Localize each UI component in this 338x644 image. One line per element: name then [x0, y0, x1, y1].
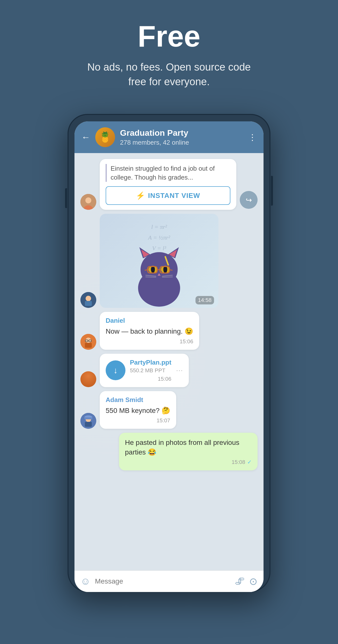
message-time: 15:06	[158, 376, 171, 382]
iv-preview-text: Einstein struggled to find a job out of …	[106, 164, 230, 182]
message-text: He pasted in photos from all previous pa…	[125, 438, 252, 457]
message-text: Now — back to planning. 😉	[106, 326, 193, 336]
message-bubble: Daniel Now — back to planning. 😉 15:06	[100, 312, 199, 350]
message-sender: Daniel	[106, 317, 193, 324]
input-bar: ☺ 🖇 ⊙	[74, 570, 264, 592]
volume-button	[65, 188, 67, 208]
file-more-button[interactable]: ⋯	[176, 366, 183, 374]
svg-rect-38	[85, 422, 92, 427]
message-row: Adam Smidt 550 MB keynote? 🤔 15:07	[80, 391, 258, 429]
iv-button-label: INSTANT VIEW	[148, 192, 200, 200]
bubble-meta: 15:07	[106, 417, 170, 424]
share-button[interactable]: ↪	[240, 191, 258, 209]
own-message-row: He pasted in photos from all previous pa…	[80, 433, 258, 470]
message-row: ↓ PartyPlan.ppt 550.2 MB PPT 15:06 ⋯	[80, 354, 258, 387]
phone-screen: ← 🍍 Graduation Party 278 members, 42 onl…	[74, 121, 264, 592]
hero-title: Free	[138, 20, 200, 52]
attach-button[interactable]: 🖇	[235, 576, 245, 587]
avatar	[80, 413, 96, 429]
chat-header: ← 🍍 Graduation Party 278 members, 42 onl…	[74, 121, 264, 153]
svg-rect-6	[85, 301, 92, 306]
file-info: PartyPlan.ppt 550.2 MB PPT 15:06	[130, 359, 171, 382]
bolt-icon: ⚡	[136, 191, 145, 200]
more-button[interactable]: ⋮	[248, 132, 257, 142]
svg-point-16	[163, 266, 167, 273]
avatar	[80, 371, 96, 387]
avatar	[80, 334, 96, 350]
download-button[interactable]: ↓	[106, 360, 125, 380]
chat-body: Einstein struggled to find a job out of …	[74, 153, 264, 570]
svg-point-15	[151, 266, 155, 273]
phone-wrapper: ← 🍍 Graduation Party 278 members, 42 onl…	[0, 114, 338, 592]
file-size: 550.2 MB PPT	[130, 367, 171, 374]
share-icon: ↪	[246, 196, 252, 204]
sticker-container: l = πr² A = ½πr² V = l³ P = 2πr A = πr² …	[100, 214, 219, 308]
chat-info: Graduation Party 278 members, 42 online	[120, 128, 243, 146]
message-time: 15:06	[180, 338, 193, 345]
bubble-meta: 15:08 ✓	[125, 459, 252, 466]
iv-card: Einstein struggled to find a job out of …	[100, 159, 236, 210]
message-time: 15:07	[157, 417, 170, 424]
power-button	[271, 176, 273, 206]
phone-frame: ← 🍍 Graduation Party 278 members, 42 onl…	[67, 114, 271, 592]
back-button[interactable]: ←	[81, 132, 90, 142]
message-row: Einstein struggled to find a job out of …	[80, 159, 258, 210]
avatar	[80, 194, 96, 210]
read-receipt: ✓	[247, 459, 252, 466]
own-message-bubble: He pasted in photos from all previous pa…	[119, 433, 258, 470]
svg-line-26	[162, 277, 173, 277]
message-sender: Adam Smidt	[106, 396, 170, 404]
group-name: Graduation Party	[120, 128, 243, 138]
message-text: 550 MB keynote? 🤔	[106, 406, 170, 416]
emoji-button[interactable]: ☺	[80, 576, 91, 587]
avatar	[80, 292, 96, 308]
hero-section: Free No ads, no fees. Open source code f…	[0, 0, 338, 104]
svg-rect-30	[85, 343, 92, 348]
bubble-meta: 15:06	[130, 376, 171, 382]
file-name: PartyPlan.ppt	[130, 359, 171, 366]
sticker-message-row: l = πr² A = ½πr² V = l³ P = 2πr A = πr² …	[80, 214, 258, 308]
message-row: Daniel Now — back to planning. 😉 15:06	[80, 312, 258, 350]
group-status: 278 members, 42 online	[120, 139, 243, 146]
file-bubble: ↓ PartyPlan.ppt 550.2 MB PPT 15:06 ⋯	[100, 354, 189, 387]
hero-subtitle: No ads, no fees. Open source code free f…	[82, 60, 256, 89]
svg-point-5	[86, 296, 91, 301]
message-input[interactable]	[95, 577, 230, 585]
message-bubble: Adam Smidt 550 MB keynote? 🤔 15:07	[100, 391, 176, 429]
instant-view-button[interactable]: ⚡ INSTANT VIEW	[106, 186, 230, 205]
bubble-meta: 15:06	[106, 338, 193, 345]
svg-point-29	[86, 338, 91, 343]
svg-point-3	[86, 198, 91, 203]
svg-rect-37	[84, 417, 92, 419]
sticker-time: 14:58	[195, 296, 214, 304]
svg-line-24	[145, 277, 156, 277]
camera-button[interactable]: ⊙	[249, 576, 258, 587]
message-time: 15:08	[232, 459, 245, 466]
svg-line-21	[169, 270, 172, 270]
group-avatar: 🍍	[95, 127, 115, 147]
download-icon: ↓	[114, 366, 118, 375]
svg-line-20	[145, 270, 148, 270]
